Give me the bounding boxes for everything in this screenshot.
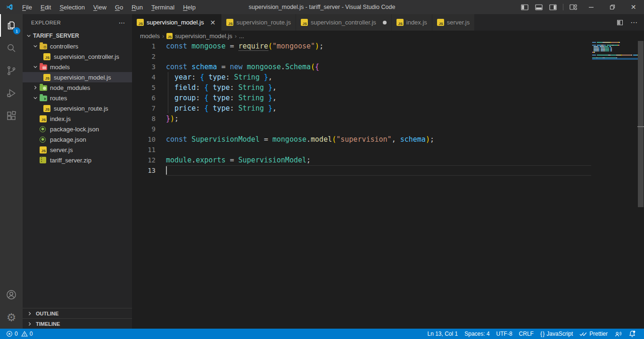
tree-item-supervision_model.js[interactable]: JS supervision_model.js [23, 72, 132, 82]
activity-explorer[interactable]: 1 [0, 14, 23, 37]
menu-selection[interactable]: Selection [55, 4, 89, 11]
line-number[interactable]: 2 [132, 51, 156, 62]
status-indentation[interactable]: Spaces: 4 [461, 331, 493, 337]
line-number[interactable]: 8 [132, 113, 156, 124]
status-eol[interactable]: CRLF [516, 331, 537, 337]
menu-run[interactable]: Run [127, 4, 147, 11]
tree-item-supervision_controller.js[interactable]: JS supervision_controller.js [23, 51, 132, 62]
code-line-11[interactable]: 11 [132, 145, 644, 155]
tree-item-package.json[interactable]: package.json [23, 134, 132, 145]
activity-search[interactable] [0, 37, 23, 59]
menu-file[interactable]: File [18, 4, 36, 11]
code-line-8[interactable]: 8 }); [132, 113, 644, 124]
menu-help[interactable]: Help [179, 4, 200, 11]
status-cursor-position[interactable]: Ln 13, Col 1 [424, 331, 461, 337]
line-number[interactable]: 12 [132, 155, 156, 165]
line-number[interactable]: 5 [132, 82, 156, 93]
status-language-mode[interactable]: { } JavaScript [537, 331, 576, 337]
line-number[interactable]: 4 [132, 72, 156, 82]
js-file-icon: JS [137, 19, 144, 26]
layout-sidebar-right-icon[interactable] [546, 0, 560, 14]
chevron-down-icon [31, 96, 40, 100]
menu-go[interactable]: Go [111, 4, 127, 11]
activity-run-and-debug[interactable] [0, 82, 23, 105]
tab-supervision_route.js[interactable]: JS supervision_route.js [222, 14, 296, 31]
minimap[interactable] [592, 41, 637, 329]
activity-extensions[interactable] [0, 105, 23, 127]
scrollbar-thumb[interactable] [638, 41, 644, 207]
layout-customize-icon[interactable] [566, 0, 580, 14]
status-formatter[interactable]: Prettier [576, 331, 611, 337]
more-actions-icon[interactable]: ⋯ [630, 18, 637, 27]
layout-sidebar-left-icon[interactable] [518, 0, 532, 14]
code-line-4[interactable]: 4 year: { type: String }, [132, 72, 644, 82]
tree-item-routes[interactable]: routes [23, 93, 132, 103]
activity-source-control[interactable] [0, 59, 23, 82]
code-line-9[interactable]: 9 [132, 124, 644, 134]
explorer-sidebar: EXPLORER ⋯ TARIFF_SERVER ⚙ controllers J… [23, 14, 132, 329]
close-button[interactable]: ✕ [623, 0, 644, 14]
tree-item-controllers[interactable]: ⚙ controllers [23, 41, 132, 51]
code-line-1[interactable]: 1 const mongoose = require("mongoose"); [132, 41, 644, 51]
tree-item-supervision_route.js[interactable]: JS supervision_route.js [23, 103, 132, 113]
tree-item-node_modules[interactable]: node_modules [23, 82, 132, 93]
code-line-6[interactable]: 6 group: { type: String }, [132, 93, 644, 103]
code-line-13[interactable]: 13 [132, 165, 644, 176]
outline-section[interactable]: OUTLINE [23, 308, 132, 318]
close-tab-icon[interactable]: ✕ [209, 19, 216, 26]
code-line-3[interactable]: 3 const schema = new mongoose.Schema({ [132, 62, 644, 72]
code-line-2[interactable]: 2 [132, 51, 644, 62]
line-number[interactable]: 7 [132, 103, 156, 113]
minimap-line [592, 49, 612, 50]
tree-item-models[interactable]: models [23, 62, 132, 72]
menu-edit[interactable]: Edit [36, 4, 55, 11]
menu-view[interactable]: View [89, 4, 111, 11]
status-notifications[interactable] [625, 330, 639, 338]
problems-indicator[interactable]: 0 0 [4, 329, 35, 339]
dirty-indicator-icon[interactable] [383, 21, 387, 24]
code-line-10[interactable]: 10 const SupervisionModel = mongoose.mod… [132, 134, 644, 145]
activity-accounts[interactable] [0, 283, 23, 306]
tab-index.js[interactable]: JS index.js [392, 14, 432, 31]
tree-item-index.js[interactable]: JS index.js [23, 113, 132, 124]
tab-supervision_model.js[interactable]: JS supervision_model.js ✕ [132, 14, 222, 31]
menu-terminal[interactable]: Terminal [147, 4, 179, 11]
line-number[interactable]: 1 [132, 41, 156, 51]
code-lines: 1 const mongoose = require("mongoose"); … [132, 41, 644, 176]
layout-panel-icon[interactable] [532, 0, 546, 14]
line-number[interactable]: 11 [132, 145, 156, 155]
explorer-more-actions-icon[interactable]: ⋯ [119, 19, 125, 26]
code-editor[interactable]: 1 const mongoose = require("mongoose"); … [132, 41, 644, 329]
breadcrumb-item[interactable]: JSsupervision_model.js [166, 32, 232, 40]
line-number[interactable]: 3 [132, 62, 156, 72]
status-feedback[interactable] [611, 331, 625, 338]
title-bar: FileEditSelectionViewGoRunTerminalHelp s… [0, 0, 644, 14]
workspace-root-row[interactable]: TARIFF_SERVER [23, 31, 132, 41]
tree-item-tariff_server.zip[interactable]: tariff_server.zip [23, 155, 132, 165]
minimap-current-line [592, 58, 638, 60]
timeline-section[interactable]: TIMELINE [23, 318, 132, 329]
activity-settings[interactable]: ⚙ [0, 306, 23, 329]
breadcrumb-item[interactable]: models [140, 32, 160, 40]
tree-item-server.js[interactable]: JS server.js [23, 145, 132, 155]
extensions-icon [6, 110, 17, 121]
status-encoding[interactable]: UTF-8 [493, 331, 516, 337]
code-line-5[interactable]: 5 field: { type: String }, [132, 82, 644, 93]
line-number[interactable]: 6 [132, 93, 156, 103]
code-line-12[interactable]: 12 module.exports = SupervisionModel; [132, 155, 644, 165]
breadcrumb-item[interactable]: ... [239, 32, 244, 40]
restore-button[interactable] [602, 0, 623, 14]
tree-item-package-lock.json[interactable]: package-lock.json [23, 124, 132, 134]
tab-supervision_controller.js[interactable]: JS supervision_controller.js [296, 14, 392, 31]
chevron-down-icon [31, 44, 40, 48]
split-editor-icon[interactable] [616, 19, 624, 26]
vertical-scrollbar[interactable] [637, 41, 644, 329]
code-line-7[interactable]: 7 price: { type: String }, [132, 103, 644, 113]
tab-server.js[interactable]: JS server.js [432, 14, 475, 31]
minimize-button[interactable] [580, 0, 602, 14]
line-number[interactable]: 13 [132, 165, 156, 176]
gear-icon: ⚙ [7, 312, 17, 323]
line-number[interactable]: 9 [132, 124, 156, 134]
line-number[interactable]: 10 [132, 134, 156, 145]
braces-icon: { } [540, 331, 544, 337]
